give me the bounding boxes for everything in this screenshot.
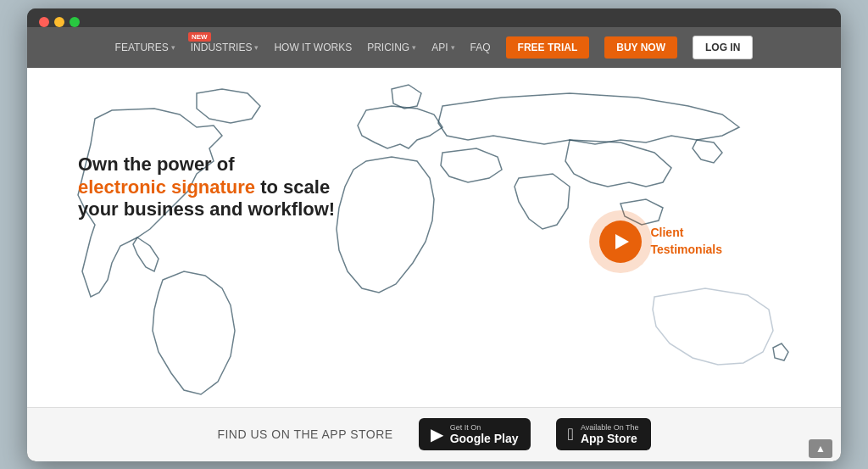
chevron-down-icon: ▾	[171, 43, 175, 52]
scroll-up-button[interactable]: ▲	[809, 439, 832, 458]
chevron-down-icon: ▾	[412, 43, 416, 52]
google-play-label-small: Get It On	[450, 423, 519, 432]
buy-now-button[interactable]: BUY NOW	[604, 36, 677, 59]
footer-bar: FIND US ON THE APP STORE ▶ Get It On Goo…	[27, 407, 841, 461]
chevron-down-icon: ▾	[254, 43, 259, 52]
login-button[interactable]: LOG IN	[693, 36, 753, 59]
hero-highlight: electronic signature	[78, 176, 255, 198]
testimonial-section: Client Testimonials	[599, 221, 722, 263]
google-play-icon: ▶	[431, 424, 443, 444]
nav-features[interactable]: FEATURES ▾	[115, 42, 175, 53]
navigation-bar: NEW FEATURES ▾ INDUSTRIES ▾ HOW IT WORKS…	[27, 27, 841, 68]
nav-faq[interactable]: FAQ	[470, 42, 491, 53]
nav-industries[interactable]: INDUSTRIES ▾	[191, 42, 259, 53]
browser-window: NEW FEATURES ▾ INDUSTRIES ▾ HOW IT WORKS…	[27, 8, 841, 461]
play-icon	[615, 234, 629, 249]
maximize-dot[interactable]	[70, 17, 80, 27]
close-dot[interactable]	[39, 17, 49, 27]
new-badge: NEW	[188, 32, 211, 42]
google-play-label-big: Google Play	[450, 432, 519, 445]
browser-chrome	[27, 8, 841, 27]
app-store-label-big: App Store	[581, 432, 639, 445]
play-button[interactable]	[599, 221, 642, 263]
main-content: Own the power of electronic signature to…	[27, 68, 841, 407]
minimize-dot[interactable]	[54, 17, 64, 27]
apple-icon: 	[568, 425, 574, 444]
google-play-badge[interactable]: ▶ Get It On Google Play	[419, 418, 531, 450]
nav-how-it-works[interactable]: HOW IT WORKS	[274, 42, 352, 53]
hero-line1: Own the power of	[78, 153, 335, 177]
nav-pricing[interactable]: PRICING ▾	[367, 42, 416, 53]
nav-api[interactable]: API ▾	[431, 42, 454, 53]
testimonial-label: Client Testimonials	[650, 225, 722, 258]
footer-find-text: FIND US ON THE APP STORE	[217, 427, 392, 441]
chevron-down-icon: ▾	[451, 43, 455, 52]
hero-line3: your business and workflow!	[78, 198, 335, 221]
free-trial-button[interactable]: FREE TRIAL	[506, 36, 590, 59]
hero-section: Own the power of electronic signature to…	[78, 153, 335, 221]
app-store-badge[interactable]:  Available On The App Store	[556, 418, 651, 450]
app-store-label-small: Available On The	[581, 423, 639, 432]
hero-line2-rest: to scale	[255, 176, 330, 198]
